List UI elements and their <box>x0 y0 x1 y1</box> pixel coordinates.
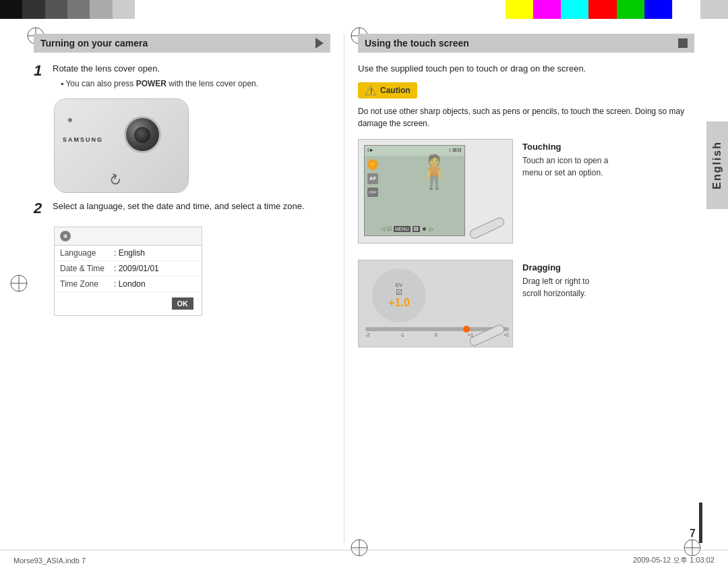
color-block-4 <box>67 0 90 19</box>
color-block-magenta <box>533 0 561 19</box>
color-block-5 <box>90 0 112 19</box>
datetime-key: Date & Time <box>60 264 114 273</box>
touch-pen-1 <box>468 216 506 240</box>
ev-slider-handle <box>463 326 470 333</box>
top-bar-center <box>135 0 506 19</box>
ev-dial: EV ☑ +1.0 <box>372 268 426 322</box>
right-header-title: Using the touch screen <box>365 38 469 49</box>
camera-brand-label: SAMSUNG <box>63 136 103 143</box>
color-block-red <box>588 0 616 19</box>
caution-label: Caution <box>380 86 411 95</box>
left-section-header: Turning on your camera <box>34 34 330 53</box>
power-bold: POWER <box>136 79 166 88</box>
page-bar <box>699 503 702 543</box>
icon-right-arrow: ▷ <box>429 226 433 232</box>
icon-menu: MENU <box>394 226 411 232</box>
screen-label-left: I► <box>367 147 374 154</box>
caution-box: ! Caution <box>358 82 417 98</box>
touch-screen-image-1: I► I ⊞⊟ ⚡ AF OFF 🧍 ◁ ☑ MENU <box>358 139 513 244</box>
step-2-text: Select a language, set the date and time… <box>53 200 330 213</box>
icon-photo: 🖼 <box>413 226 420 232</box>
right-color-blocks <box>506 0 728 19</box>
footer: Morse93_ASIA.indb 7 2009-05-12 오후 1:03:0… <box>0 550 728 570</box>
color-block-3 <box>45 0 67 19</box>
camera-image: SAMSUNG ↻ <box>54 98 189 193</box>
step-2-number: 2 <box>34 200 46 217</box>
page-number: 7 <box>690 528 696 540</box>
header-square-icon <box>678 38 688 48</box>
settings-ok-container: OK <box>55 292 202 315</box>
side-tab-text: English <box>711 141 723 190</box>
settings-row-timezone: Time Zone : London <box>55 277 202 292</box>
color-block-1 <box>0 0 22 19</box>
ev-icon: ☑ <box>396 288 402 297</box>
datetime-val: : 2009/01/01 <box>114 264 159 273</box>
settings-header <box>55 227 202 246</box>
color-block-green <box>617 0 644 19</box>
footer-right: 2009-05-12 오후 1:03:02 <box>633 555 715 565</box>
icon-circle: ⏺ <box>422 226 427 232</box>
touch-intro: Use the supplied touch pen to touch or d… <box>358 62 694 76</box>
left-column: Turning on your camera 1 Rotate the lens… <box>34 34 344 543</box>
footer-left: Morse93_ASIA.indb 7 <box>13 557 86 565</box>
step-1-number: 1 <box>34 62 46 89</box>
ev-label-neg1: -1 <box>400 333 404 337</box>
left-grayscale-blocks <box>0 0 135 19</box>
caution-icon: ! <box>365 84 377 96</box>
touching-label: Touching Touch an icon to open a menu or… <box>522 139 610 179</box>
color-block-cyan <box>561 0 588 19</box>
step-1: 1 Rotate the lens cover open. You can al… <box>34 62 330 89</box>
icon-check: ☑ <box>387 226 392 232</box>
icon-af: AF <box>367 173 378 184</box>
step-2-content: Select a language, set the date and time… <box>53 200 330 217</box>
settings-row-datetime: Date & Time : 2009/01/01 <box>55 261 202 277</box>
left-header-title: Turning on your camera <box>40 38 148 49</box>
header-arrow-icon <box>315 38 324 49</box>
color-block-2 <box>22 0 44 19</box>
step-1-bullet: You can also press POWER with the lens c… <box>53 78 330 90</box>
icon-flash: ⚡ <box>367 159 378 170</box>
ev-label-pos2: +2 <box>504 333 509 337</box>
dragging-label: Dragging Drag left or right to scroll ho… <box>522 260 610 300</box>
dragging-desc: Drag left or right to scroll horizontall… <box>522 275 610 300</box>
color-block-blue <box>644 0 672 19</box>
right-section-header: Using the touch screen <box>358 34 694 53</box>
screen-mockup-1: I► I ⊞⊟ ⚡ AF OFF 🧍 ◁ ☑ MENU <box>364 145 465 236</box>
step-2: 2 Select a language, set the date and ti… <box>34 200 330 217</box>
color-block-gray <box>700 0 728 19</box>
dragging-section: EV ☑ +1.0 -2 -1 0 +1 +2 <box>358 260 694 354</box>
language-key: Language <box>60 248 114 258</box>
timezone-val: : London <box>114 279 146 289</box>
caution-text: Do not use other sharp objects, such as … <box>358 105 694 130</box>
right-column: Using the touch screen Use the supplied … <box>344 34 694 543</box>
ev-value: +1.0 <box>388 297 410 309</box>
gear-icon <box>60 231 71 241</box>
touch-screen-image-2: EV ☑ +1.0 -2 -1 0 +1 +2 <box>358 260 513 347</box>
touching-section: I► I ⊞⊟ ⚡ AF OFF 🧍 ◁ ☑ MENU <box>358 139 694 250</box>
color-block-yellow <box>506 0 533 19</box>
main-content: Turning on your camera 1 Rotate the lens… <box>34 34 694 543</box>
side-tab: English <box>706 121 728 209</box>
screen-person-figure: 🧍 <box>414 156 454 188</box>
ok-button: OK <box>172 297 194 310</box>
dragging-title: Dragging <box>522 262 610 273</box>
ev-label-neg2: -2 <box>365 333 369 337</box>
step-1-content: Rotate the lens cover open. You can also… <box>53 62 330 89</box>
step-1-text: Rotate the lens cover open. <box>53 62 330 76</box>
top-color-bar <box>0 0 728 19</box>
reg-mark-midleft <box>9 273 29 293</box>
settings-box: Language : English Date & Time : 2009/01… <box>54 227 202 316</box>
settings-row-language: Language : English <box>55 246 202 261</box>
color-block-6 <box>113 0 135 19</box>
timezone-key: Time Zone <box>60 279 114 289</box>
screen-label-right: I ⊞⊟ <box>450 147 462 154</box>
ev-label-0: 0 <box>435 333 437 337</box>
language-val: : English <box>114 248 145 258</box>
svg-text:!: ! <box>370 88 372 95</box>
ev-label: EV <box>396 282 403 288</box>
color-block-white <box>672 0 700 19</box>
icon-left-arrow: ◁ <box>381 226 385 232</box>
screen-bottom-icons: ◁ ☑ MENU 🖼 ⏺ ▷ <box>381 226 433 232</box>
svg-point-16 <box>63 234 67 238</box>
screen-left-icons: ⚡ AF OFF <box>367 159 378 197</box>
